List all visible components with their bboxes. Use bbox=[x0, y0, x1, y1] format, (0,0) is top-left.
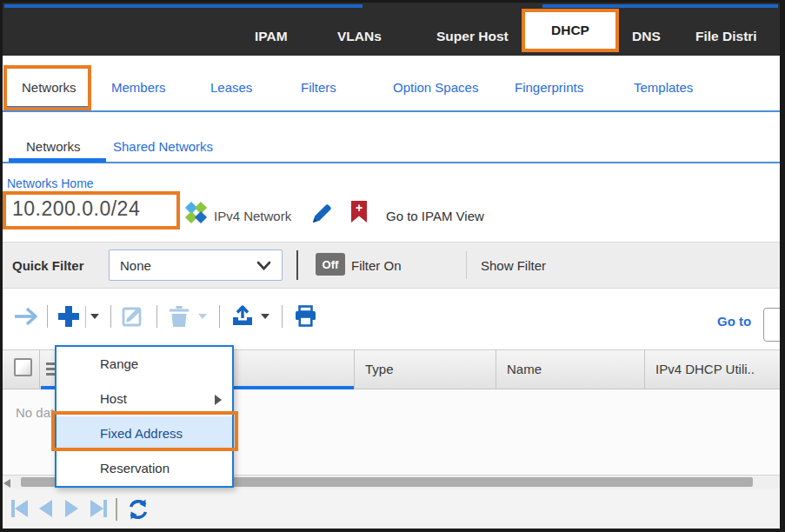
subnav-item-members[interactable]: Members bbox=[111, 80, 166, 95]
pagination-bar bbox=[0, 489, 785, 529]
menu-item-host[interactable]: Host bbox=[57, 382, 232, 416]
next-page-button[interactable] bbox=[65, 500, 78, 517]
import-button[interactable] bbox=[230, 303, 255, 331]
open-button[interactable] bbox=[13, 306, 39, 330]
submenu-arrow-icon bbox=[215, 395, 222, 405]
column-divider bbox=[354, 349, 355, 389]
column-divider bbox=[39, 349, 40, 389]
show-filter-link[interactable]: Show Filter bbox=[481, 258, 546, 273]
add-dropdown-menu: Range Host Fixed Address Reservation bbox=[55, 345, 234, 488]
print-button[interactable] bbox=[294, 305, 317, 330]
open-arrow-icon bbox=[13, 306, 39, 327]
delete-dropdown-caret[interactable] bbox=[198, 314, 207, 319]
menu-item-fixed-address[interactable]: Fixed Address bbox=[57, 416, 232, 451]
print-icon bbox=[294, 305, 317, 327]
network-type-label: IPv4 Network bbox=[214, 209, 291, 223]
frame-border bbox=[0, 529, 785, 532]
bookmark-add-icon[interactable]: + bbox=[351, 201, 367, 223]
menu-item-reservation[interactable]: Reservation bbox=[57, 451, 232, 486]
scroll-left-arrow-icon[interactable] bbox=[3, 479, 10, 488]
column-header-type[interactable]: Type bbox=[365, 362, 394, 376]
go-to-ipam-view-link[interactable]: Go to IPAM View bbox=[386, 209, 484, 223]
add-dropdown-caret[interactable] bbox=[90, 314, 99, 319]
split-divider bbox=[85, 306, 86, 328]
last-page-button[interactable] bbox=[90, 500, 107, 517]
quick-filter-selected-value: None bbox=[120, 258, 151, 273]
edit-icon bbox=[122, 304, 145, 328]
prev-page-button[interactable] bbox=[39, 500, 52, 517]
toolbar-separator bbox=[156, 305, 157, 328]
nav-item-dhcp[interactable]: DHCP bbox=[522, 9, 619, 52]
pencil-icon bbox=[309, 203, 334, 225]
subnav-item-fingerprints[interactable]: Fingerprints bbox=[515, 80, 583, 95]
refresh-button[interactable] bbox=[126, 497, 150, 525]
nav-item-ipam[interactable]: IPAM bbox=[255, 29, 288, 44]
tab-shared-networks[interactable]: Shared Networks bbox=[113, 139, 213, 154]
subnav-item-filters[interactable]: Filters bbox=[301, 80, 336, 95]
goto-label: Go to bbox=[717, 314, 751, 329]
nav-item-vlans[interactable]: VLANs bbox=[337, 29, 382, 44]
row-menu-icon[interactable] bbox=[46, 362, 55, 378]
edit-network-button[interactable] bbox=[309, 203, 334, 229]
frame-border bbox=[0, 0, 3, 532]
subnav-active-underline bbox=[7, 106, 91, 110]
ipv4-network-diamond-icon bbox=[184, 202, 209, 226]
column-divider bbox=[644, 349, 645, 389]
filter-toggle-button[interactable]: Off bbox=[316, 253, 345, 276]
chevron-down-icon bbox=[256, 261, 271, 270]
first-page-icon bbox=[15, 500, 28, 517]
quick-filter-label: Quick Filter bbox=[12, 258, 84, 273]
top-accent-line-left bbox=[4, 4, 363, 8]
filter-divider bbox=[296, 250, 298, 280]
app-window: IPAM VLANs Super Host DHCP DNS File Dist… bbox=[0, 0, 785, 532]
add-button[interactable] bbox=[56, 303, 82, 333]
frame-border bbox=[0, 0, 785, 3]
tab-divider-line bbox=[0, 162, 785, 163]
breadcrumb-networks-home[interactable]: Networks Home bbox=[7, 176, 94, 190]
toolbar-separator bbox=[219, 305, 220, 328]
subnav-item-networks[interactable]: Networks bbox=[22, 80, 77, 95]
menu-item-range[interactable]: Range bbox=[57, 347, 232, 382]
column-header-ipv4-dhcp-utilization[interactable]: IPv4 DHCP Utili.. bbox=[655, 362, 755, 376]
subnav-divider-line bbox=[0, 110, 785, 112]
column-header-name[interactable]: Name bbox=[507, 362, 542, 376]
delete-icon bbox=[169, 305, 190, 328]
edit-button[interactable] bbox=[122, 304, 145, 331]
refresh-icon bbox=[126, 497, 150, 522]
nav-item-super-host[interactable]: Super Host bbox=[436, 29, 509, 44]
pagination-separator bbox=[116, 498, 117, 521]
subnav-item-option-spaces[interactable]: Option Spaces bbox=[393, 80, 478, 95]
subnav-item-leases[interactable]: Leases bbox=[210, 80, 252, 95]
toolbar-separator bbox=[110, 305, 111, 328]
import-dropdown-caret[interactable] bbox=[261, 314, 269, 319]
menu-item-host-label: Host bbox=[100, 391, 127, 406]
toolbar-separator bbox=[282, 305, 283, 328]
last-page-icon bbox=[103, 500, 107, 517]
top-nav-bar bbox=[0, 0, 785, 56]
tab-active-underline bbox=[9, 158, 106, 163]
first-page-button[interactable] bbox=[11, 500, 28, 517]
delete-button[interactable] bbox=[169, 305, 190, 331]
column-divider bbox=[496, 349, 496, 389]
last-page-icon bbox=[90, 500, 103, 517]
toolbar-separator bbox=[47, 305, 48, 328]
top-accent-line-right bbox=[542, 4, 778, 8]
tab-networks[interactable]: Networks bbox=[26, 139, 81, 154]
frame-border bbox=[780, 0, 785, 532]
filter-divider-2 bbox=[466, 251, 467, 279]
import-icon bbox=[230, 303, 255, 328]
add-icon bbox=[56, 303, 82, 329]
subnav-item-templates[interactable]: Templates bbox=[634, 80, 693, 95]
quick-filter-select[interactable]: None bbox=[109, 249, 283, 281]
filter-on-label: Filter On bbox=[351, 258, 402, 273]
select-all-checkbox[interactable] bbox=[14, 358, 32, 376]
network-address-title: 10.200.0.0/24 bbox=[12, 197, 140, 221]
nav-item-file-distribution[interactable]: File Distri bbox=[695, 29, 757, 44]
nav-item-dns[interactable]: DNS bbox=[632, 29, 661, 44]
